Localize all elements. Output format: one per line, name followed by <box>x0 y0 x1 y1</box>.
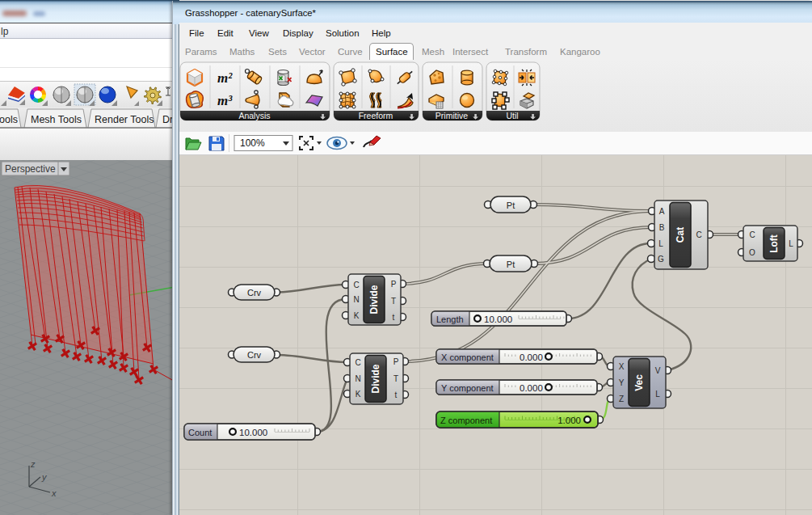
svg-text:100%: 100% <box>240 137 265 149</box>
svg-text:0.000: 0.000 <box>520 383 543 393</box>
svg-text:Count: Count <box>188 428 212 437</box>
svg-text:N: N <box>353 295 359 304</box>
svg-text:Divide: Divide <box>368 285 380 314</box>
svg-text:L: L <box>655 390 660 399</box>
svg-text:C: C <box>749 230 755 239</box>
svg-text:ools: ools <box>0 114 18 125</box>
svg-text:T: T <box>393 374 398 383</box>
svg-text:10.000: 10.000 <box>484 314 512 324</box>
svg-text:Analysis: Analysis <box>238 111 270 120</box>
svg-text:B: B <box>659 223 665 232</box>
svg-text:Length: Length <box>436 314 464 324</box>
svg-text:t: t <box>393 313 395 322</box>
svg-text:x: x <box>51 488 57 498</box>
svg-text:X component: X component <box>441 352 494 362</box>
svg-text:Pt: Pt <box>507 260 515 269</box>
svg-text:Mesh Tools: Mesh Tools <box>31 114 82 125</box>
svg-text:Z: Z <box>619 395 624 403</box>
svg-text:Divide: Divide <box>370 364 381 393</box>
svg-text:Vec: Vec <box>633 374 645 391</box>
svg-text:Cat: Cat <box>675 227 686 243</box>
svg-text:t: t <box>395 390 398 399</box>
svg-text:A: A <box>659 207 665 216</box>
svg-text:Loft: Loft <box>768 234 780 253</box>
svg-text:V: V <box>655 366 661 375</box>
svg-text:Pt: Pt <box>507 201 515 210</box>
svg-text:L: L <box>789 239 793 248</box>
svg-text:P: P <box>393 357 399 366</box>
svg-text:P: P <box>391 280 397 289</box>
svg-text:z: z <box>30 459 36 469</box>
svg-text:Primitive: Primitive <box>435 111 468 120</box>
svg-text:T: T <box>391 297 396 306</box>
svg-text:X: X <box>619 362 625 371</box>
svg-text:Render Tools: Render Tools <box>95 114 154 125</box>
svg-text:N: N <box>355 374 360 383</box>
svg-text:C: C <box>696 230 701 239</box>
svg-text:Y: Y <box>619 378 625 387</box>
svg-text:Y component: Y component <box>441 383 494 393</box>
svg-text:Perspective: Perspective <box>5 163 56 175</box>
svg-text:L: L <box>658 239 663 248</box>
svg-text:Crv: Crv <box>247 288 262 298</box>
svg-text:Z component: Z component <box>440 416 492 425</box>
svg-text:Crv: Crv <box>247 350 262 360</box>
svg-text:G: G <box>658 255 664 264</box>
svg-text:m³: m³ <box>217 93 233 108</box>
svg-text:O: O <box>749 248 755 257</box>
svg-text:Util: Util <box>506 111 518 120</box>
svg-text:0.000: 0.000 <box>520 352 543 362</box>
svg-text:Freeform: Freeform <box>359 111 393 120</box>
svg-text:m²: m² <box>217 70 233 86</box>
svg-text:C: C <box>353 281 359 289</box>
svg-text:1.000: 1.000 <box>557 416 581 425</box>
svg-text:10.000: 10.000 <box>239 428 267 437</box>
svg-text:K: K <box>354 311 360 320</box>
svg-text:C: C <box>355 358 360 367</box>
svg-text:K: K <box>356 390 361 399</box>
